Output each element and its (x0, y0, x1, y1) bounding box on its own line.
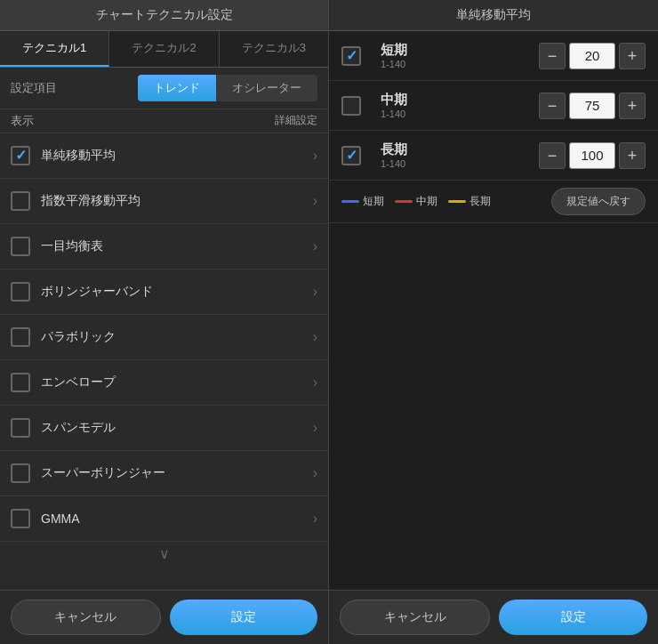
checkbox-3[interactable] (11, 282, 30, 302)
ma-range-2: 1-140 (381, 158, 530, 169)
item-label-8: GMMA (41, 511, 313, 526)
chevron-3: › (313, 284, 317, 300)
checkbox-5[interactable] (11, 373, 30, 392)
ma-info-1: 中期 1-140 (381, 92, 530, 119)
left-set-button[interactable]: 設定 (170, 600, 318, 635)
legend-item-1: 中期 (395, 194, 437, 209)
ma-checkmark-2: ✓ (346, 149, 357, 163)
reset-button[interactable]: 規定値へ戻す (551, 188, 646, 215)
legend-label-0: 短期 (363, 194, 384, 209)
list-header: 表示 詳細設定 (0, 109, 328, 133)
scroll-indicator: ∨ (0, 542, 328, 566)
legend-label-1: 中期 (416, 194, 437, 209)
item-label-5: エンベロープ (41, 374, 313, 390)
right-cancel-button[interactable]: キャンセル (340, 600, 490, 635)
ma-row-0: ✓ 短期 1-140 − + (329, 31, 658, 81)
right-spacer (329, 223, 658, 590)
checkbox-1[interactable] (11, 191, 30, 211)
right-panel-title: 単純移動平均 (329, 0, 658, 31)
right-set-button[interactable]: 設定 (499, 600, 647, 635)
ma-checkmark-0: ✓ (346, 49, 357, 63)
stepper-group-2: − + (539, 142, 646, 169)
tab-technical2[interactable]: テクニカル2 (109, 31, 219, 67)
legend-line-1 (395, 200, 413, 203)
stepper-input-0[interactable] (569, 43, 615, 69)
ma-name-1: 中期 (381, 92, 530, 109)
ma-info-2: 長期 1-140 (381, 141, 530, 169)
stepper-minus-1[interactable]: − (539, 93, 566, 119)
tab-bar: テクニカル1 テクニカル2 テクニカル3 (0, 31, 328, 68)
left-cancel-button[interactable]: キャンセル (11, 600, 161, 635)
ma-name-2: 長期 (381, 141, 530, 158)
chevron-8: › (313, 511, 317, 527)
stepper-minus-0[interactable]: − (539, 43, 566, 69)
tab-technical1[interactable]: テクニカル1 (0, 31, 109, 67)
chevron-2: › (313, 238, 317, 254)
chevron-6: › (313, 420, 317, 436)
item-label-2: 一目均衡表 (41, 238, 313, 254)
ma-range-0: 1-140 (381, 59, 530, 69)
stepper-input-2[interactable] (569, 142, 615, 169)
item-label-3: ボリンジャーバンド (41, 284, 313, 300)
left-bottom-bar: キャンセル 設定 (0, 590, 328, 644)
stepper-plus-1[interactable]: + (619, 93, 646, 119)
chevron-1: › (313, 193, 317, 209)
ma-name-0: 短期 (381, 42, 530, 59)
item-label-4: パラボリック (41, 329, 313, 345)
right-bottom-bar: キャンセル 設定 (329, 590, 658, 644)
item-label-6: スパンモデル (41, 420, 313, 436)
tab-technical3[interactable]: テクニカル3 (220, 31, 328, 67)
item-label-0: 単純移動平均 (41, 148, 313, 164)
display-label: 表示 (11, 113, 34, 129)
legend-reset-row: 短期 中期 長期 規定値へ戻す (329, 181, 658, 223)
checkbox-2[interactable] (11, 237, 30, 256)
left-panel-title: チャートテクニカル設定 (0, 0, 328, 31)
list-item-0[interactable]: ✓ 単純移動平均 › (0, 133, 328, 179)
checkmark-0: ✓ (15, 149, 27, 163)
item-label-7: スーパーボリンジャー (41, 465, 313, 481)
list-item-8[interactable]: GMMA › (0, 496, 328, 542)
stepper-input-1[interactable] (569, 93, 615, 119)
item-label-1: 指数平滑移動平均 (41, 193, 313, 209)
chevron-5: › (313, 374, 317, 390)
detail-label: 詳細設定 (275, 113, 317, 129)
list-item-3[interactable]: ボリンジャーバンド › (0, 270, 328, 315)
ma-range-1: 1-140 (381, 109, 530, 119)
checkbox-0[interactable]: ✓ (11, 146, 30, 165)
list-item-5[interactable]: エンベロープ › (0, 360, 328, 406)
ma-row-2: ✓ 長期 1-140 − + (329, 131, 658, 181)
ma-row-1: 中期 1-140 − + (329, 81, 658, 131)
stepper-group-1: − + (539, 93, 646, 119)
ma-checkbox-1[interactable] (341, 96, 361, 116)
checkbox-7[interactable] (11, 463, 30, 483)
stepper-plus-0[interactable]: + (619, 43, 646, 69)
list-item-7[interactable]: スーパーボリンジャー › (0, 451, 328, 496)
legend-item-2: 長期 (448, 194, 491, 209)
stepper-plus-2[interactable]: + (619, 142, 646, 169)
settings-row: 設定項目 トレンド オシレーター (0, 68, 328, 109)
right-panel: 単純移動平均 ✓ 短期 1-140 − + 中期 1-140 − + ✓ (329, 0, 658, 644)
legend-row: 短期 中期 長期 (341, 194, 491, 209)
chevron-4: › (313, 329, 317, 345)
settings-label: 設定項目 (11, 80, 57, 96)
legend-line-0 (341, 200, 359, 203)
toggle-oscillator-button[interactable]: オシレーター (216, 75, 317, 101)
stepper-minus-2[interactable]: − (539, 142, 566, 169)
list-item-2[interactable]: 一目均衡表 › (0, 224, 328, 270)
list-item-1[interactable]: 指数平滑移動平均 › (0, 179, 328, 224)
chevron-0: › (313, 148, 317, 164)
toggle-group: トレンド オシレーター (138, 75, 317, 101)
toggle-trend-button[interactable]: トレンド (138, 75, 216, 101)
checkbox-6[interactable] (11, 418, 30, 438)
legend-label-2: 長期 (469, 194, 491, 209)
checkbox-8[interactable] (11, 509, 30, 528)
legend-item-0: 短期 (341, 194, 384, 209)
chevron-7: › (313, 465, 317, 481)
list-item-6[interactable]: スパンモデル › (0, 406, 328, 451)
left-panel: チャートテクニカル設定 テクニカル1 テクニカル2 テクニカル3 設定項目 トレ… (0, 0, 329, 644)
ma-info-0: 短期 1-140 (381, 42, 530, 69)
list-item-4[interactable]: パラボリック › (0, 315, 328, 360)
ma-checkbox-2[interactable]: ✓ (341, 146, 361, 165)
ma-checkbox-0[interactable]: ✓ (341, 46, 361, 66)
checkbox-4[interactable] (11, 327, 30, 347)
